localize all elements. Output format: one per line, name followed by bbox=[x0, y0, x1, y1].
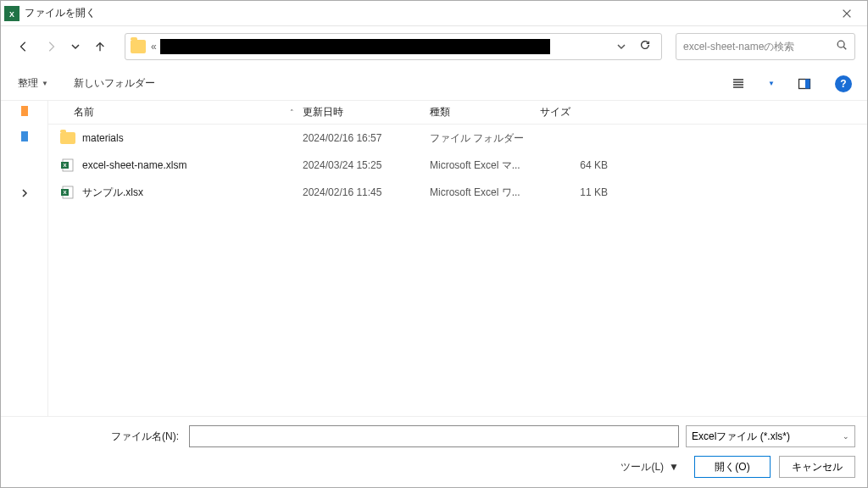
filename-label: ファイル名(N): bbox=[13, 430, 182, 444]
excel-app-icon: X bbox=[4, 6, 19, 21]
file-date: 2024/02/16 11:45 bbox=[303, 186, 430, 198]
chevron-down-icon: ▼ bbox=[42, 80, 48, 87]
file-row[interactable]: X excel-sheet-name.xlsm 2024/03/24 15:25… bbox=[48, 152, 867, 179]
search-box[interactable] bbox=[676, 33, 855, 60]
sort-indicator-icon: ˄ bbox=[290, 108, 294, 117]
column-date[interactable]: 更新日時 bbox=[303, 105, 430, 119]
file-type-filter[interactable]: Excelファイル (*.xls*) ⌄ bbox=[686, 425, 855, 447]
file-type: Microsoft Excel ワ... bbox=[430, 186, 540, 200]
address-bar[interactable]: « bbox=[125, 33, 662, 60]
button-row: ツール(L) ▼ 開く(O) キャンセル bbox=[13, 456, 855, 478]
file-name: materials bbox=[82, 132, 124, 144]
up-button[interactable] bbox=[89, 36, 111, 58]
filename-input[interactable] bbox=[189, 425, 679, 447]
file-date: 2024/02/16 16:57 bbox=[303, 132, 430, 144]
address-prefix: « bbox=[151, 41, 157, 53]
file-name: excel-sheet-name.xlsm bbox=[82, 159, 186, 171]
open-button[interactable]: 開く(O) bbox=[694, 456, 771, 478]
back-button[interactable] bbox=[13, 36, 35, 58]
file-open-dialog: X ファイルを開く « bbox=[0, 0, 868, 488]
address-path-redacted bbox=[160, 39, 550, 54]
column-type[interactable]: 種類 bbox=[430, 105, 540, 119]
dialog-title: ファイルを開く bbox=[25, 6, 830, 20]
file-size: 64 KB bbox=[540, 159, 616, 171]
filename-row: ファイル名(N): Excelファイル (*.xls*) ⌄ bbox=[13, 425, 855, 447]
sidebar-item-stub[interactable] bbox=[21, 106, 28, 116]
new-folder-button[interactable]: 新しいフォルダー bbox=[69, 73, 160, 94]
bottom-bar: ファイル名(N): Excelファイル (*.xls*) ⌄ ツール(L) ▼ … bbox=[1, 416, 867, 487]
file-row[interactable]: materials 2024/02/16 16:57 ファイル フォルダー bbox=[48, 125, 867, 152]
excel-file-icon: X bbox=[60, 158, 75, 173]
preview-pane-button[interactable] bbox=[793, 72, 816, 96]
svg-text:X: X bbox=[63, 190, 66, 195]
column-name[interactable]: 名前 ˄ bbox=[57, 105, 303, 119]
file-type: ファイル フォルダー bbox=[430, 131, 540, 146]
recent-dropdown[interactable] bbox=[67, 36, 84, 58]
sidebar-item-stub[interactable] bbox=[21, 131, 28, 141]
file-list-pane: 名前 ˄ 更新日時 種類 サイズ materials 2024/02/16 16… bbox=[48, 101, 867, 416]
sidebar bbox=[1, 101, 48, 416]
folder-icon bbox=[60, 132, 75, 144]
search-input[interactable] bbox=[683, 41, 836, 53]
sidebar-expand[interactable] bbox=[20, 189, 29, 199]
file-size: 11 KB bbox=[540, 186, 616, 198]
folder-icon bbox=[131, 40, 146, 53]
search-icon bbox=[836, 39, 848, 54]
excel-file-icon: X bbox=[60, 185, 75, 200]
file-date: 2024/03/24 15:25 bbox=[303, 159, 430, 171]
organize-button[interactable]: 整理 ▼ bbox=[13, 73, 53, 94]
view-mode-button[interactable] bbox=[726, 72, 750, 96]
nav-row: « bbox=[1, 26, 867, 67]
help-icon: ? bbox=[835, 75, 852, 92]
cancel-button[interactable]: キャンセル bbox=[779, 456, 855, 478]
refresh-button[interactable] bbox=[639, 39, 651, 54]
help-button[interactable]: ? bbox=[832, 72, 855, 96]
close-button[interactable] bbox=[830, 2, 864, 25]
file-type: Microsoft Excel マ... bbox=[430, 158, 540, 173]
address-dropdown[interactable] bbox=[617, 39, 626, 54]
column-header-row: 名前 ˄ 更新日時 種類 サイズ bbox=[48, 101, 867, 125]
column-size[interactable]: サイズ bbox=[540, 105, 616, 119]
file-row[interactable]: X サンプル.xlsx 2024/02/16 11:45 Microsoft E… bbox=[48, 179, 867, 206]
titlebar: X ファイルを開く bbox=[1, 1, 867, 26]
chevron-down-icon: ▼ bbox=[669, 461, 679, 473]
svg-rect-4 bbox=[805, 79, 810, 88]
svg-text:X: X bbox=[9, 9, 14, 18]
view-dropdown[interactable]: ▼ bbox=[765, 72, 777, 96]
tools-button[interactable]: ツール(L) ▼ bbox=[614, 457, 686, 478]
svg-point-2 bbox=[837, 41, 844, 47]
file-name: サンプル.xlsx bbox=[82, 186, 143, 200]
chevron-down-icon: ⌄ bbox=[843, 432, 849, 441]
content-area: 名前 ˄ 更新日時 種類 サイズ materials 2024/02/16 16… bbox=[1, 101, 867, 416]
svg-text:X: X bbox=[63, 163, 66, 168]
toolbar: 整理 ▼ 新しいフォルダー ▼ ? bbox=[1, 67, 867, 101]
forward-button[interactable] bbox=[40, 36, 62, 58]
